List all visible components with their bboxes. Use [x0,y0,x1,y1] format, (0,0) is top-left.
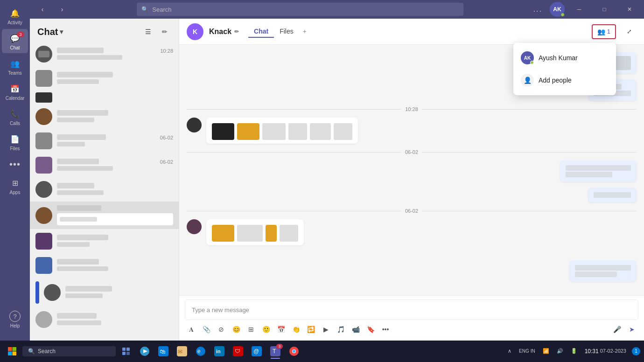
attachment-thumb [212,225,234,242]
taskbar-linkedin[interactable]: in [211,343,228,360]
taskbar-mail[interactable]: ✉ [174,343,190,360]
list-item[interactable] [30,278,179,307]
paperclip-button[interactable]: ⊘ [215,323,228,336]
unread-bar [35,281,39,304]
more-options-button[interactable]: ... [530,3,546,15]
list-item[interactable]: 10:28 [30,42,179,66]
list-item[interactable] [30,177,179,202]
maximize-button[interactable]: □ [594,0,615,19]
chevron-up-icon[interactable]: ∧ [506,347,513,355]
sidebar-item-files[interactable]: 📄 Files [2,130,28,154]
taskbar-outlook[interactable]: @ [248,343,265,360]
taskbar-search[interactable]: 🔍 Search [22,346,116,356]
search-box[interactable]: 🔍 Search [137,3,463,16]
forward-button[interactable]: ▶ [319,323,332,336]
user-avatar[interactable]: AK [550,2,565,17]
sidebar-item-chat[interactable]: 💬 Chat 3 [2,29,28,53]
participants-button[interactable]: 👥 1 [592,24,616,39]
attachment-thumb [212,123,234,140]
chevron-down-icon[interactable]: ▾ [60,28,63,35]
list-item[interactable] [30,66,179,90]
minimize-button[interactable]: ─ [568,0,590,19]
video-button[interactable]: 📹 [349,323,362,336]
message-row [187,160,637,182]
message-input[interactable]: Type a new message [185,299,638,320]
sidebar-item-teams[interactable]: 👥 Teams [2,54,28,78]
svg-text:✉: ✉ [178,348,182,355]
taskbar-chrome[interactable] [286,343,302,360]
chat-list-panel: Chat ▾ ☰ ✏ 10:28 [30,19,179,341]
sticker-button[interactable]: 🙂 [259,323,273,336]
svg-point-26 [293,350,295,353]
avatar [35,257,52,274]
sidebar-item-activity[interactable]: 🔔 Activity [2,4,28,28]
close-button[interactable]: ✕ [619,0,640,19]
list-item[interactable] [30,307,179,332]
audio-button[interactable]: 🎵 [334,323,347,336]
taskbar-teams[interactable]: T 3 [267,343,284,360]
tab-chat[interactable]: Chat [248,26,274,38]
list-item[interactable] [30,229,179,253]
bookmark-button[interactable]: 🔖 [364,323,377,336]
taskbar-video[interactable] [136,343,153,360]
message-toolbar: 𝐀 📎 ⊘ 😊 ⊞ 🙂 📅 👏 🔁 ▶ 🎵 📹 🔖 ••• 🎤 ➤ [185,320,638,337]
attachment-thumb [237,123,259,140]
taskbar-sys-tray: ∧ ENG IN 📶 🔊 🔋 10:31 07-02-2023 1 [506,347,640,356]
sidebar-item-calls[interactable]: 📞 Calls [2,104,28,129]
list-item[interactable] [30,202,179,229]
participant-avatar: AK [521,51,534,64]
sidebar-item-calendar[interactable]: 📅 Calendar [2,79,28,104]
avatar [35,207,52,224]
edit-icon[interactable]: ✏ [234,28,239,35]
sidebar-item-apps[interactable]: ⊞ Apps [2,174,28,198]
files-icon: 📄 [9,133,21,145]
emoji-button[interactable]: 😊 [230,323,243,336]
wifi-icon[interactable]: 📶 [541,347,551,355]
clock[interactable]: 10:31 07-02-2023 [583,347,628,356]
notification-icon[interactable]: 1 [632,347,640,355]
praise-button[interactable]: 👏 [289,323,302,336]
attach-button[interactable]: 📎 [200,323,213,336]
battery-icon[interactable]: 🔋 [569,347,579,355]
taskbar-store[interactable]: 🛍 [155,343,172,360]
sidebar-label-calls: Calls [10,121,20,126]
list-item[interactable]: 06-02 [30,153,179,177]
chat-list-header: Chat ▾ ☰ ✏ [30,19,179,42]
more-actions-button[interactable]: ••• [379,323,392,336]
giphy-button[interactable]: ⊞ [245,323,258,336]
message-bubble [588,188,637,202]
svg-text:e: e [197,348,201,355]
dropdown-participant[interactable]: AK Ayush Kumar [513,47,616,69]
send-button[interactable]: ➤ [625,323,638,336]
loop-button[interactable]: 🔁 [304,323,317,336]
sidebar-item-help[interactable]: ? Help [2,307,28,331]
activity-icon: 🔔 [9,7,21,19]
filter-button[interactable]: ☰ [141,25,154,38]
apps-icon: ⊞ [9,177,21,188]
tab-add-button[interactable]: + [299,26,310,38]
search-container: 🔍 Search [137,3,463,16]
start-button[interactable] [4,343,21,360]
format-button[interactable]: 𝐀 [185,323,198,336]
help-icon: ? [9,311,21,322]
list-item[interactable]: 06-02 [30,129,179,153]
sidebar-item-more[interactable]: ••• [2,155,28,173]
taskbar-search-icon: 🔍 [28,348,35,355]
meeting-button[interactable]: 📅 [274,323,287,336]
back-button[interactable]: ‹ [34,0,51,19]
volume-icon[interactable]: 🔊 [555,347,565,355]
tab-files[interactable]: Files [274,26,299,38]
audio-record-button[interactable]: 🎤 [610,323,623,336]
language-indicator[interactable]: ENG IN [517,348,537,355]
forward-button[interactable]: › [53,0,71,19]
taskbar-antivirus[interactable]: 🛡 [230,343,246,360]
attachment-thumb [266,225,277,242]
taskbar-taskview[interactable] [118,343,134,360]
dropdown-add-people[interactable]: 👤 Add people [513,69,616,91]
list-item[interactable] [30,90,179,104]
list-item[interactable] [30,253,179,278]
taskbar-edge[interactable]: e [192,343,209,360]
popout-button[interactable]: ⤢ [622,24,637,39]
compose-button[interactable]: ✏ [158,25,171,38]
list-item[interactable] [30,104,179,129]
